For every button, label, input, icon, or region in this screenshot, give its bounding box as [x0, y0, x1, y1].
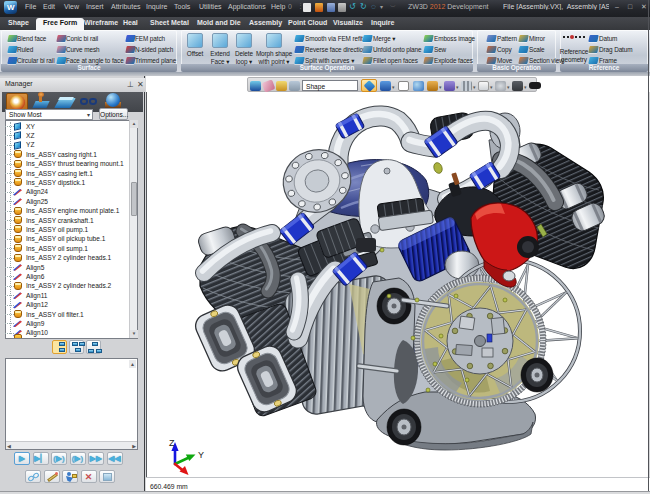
- svg-text:Y: Y: [198, 450, 204, 460]
- svg-text:Z: Z: [169, 438, 175, 448]
